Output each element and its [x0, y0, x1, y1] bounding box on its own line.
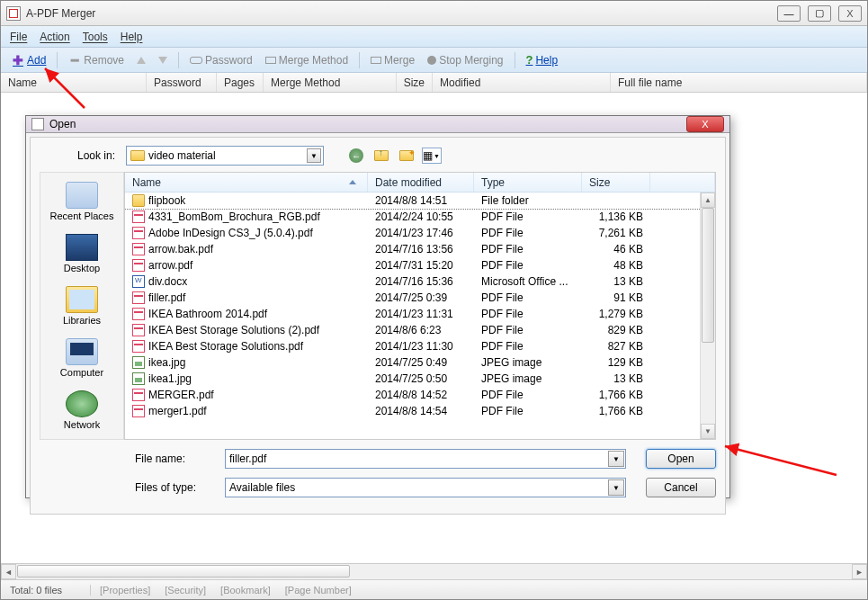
maximize-button[interactable]: ▢: [808, 5, 831, 22]
scroll-up-button[interactable]: ▲: [701, 193, 715, 208]
file-row[interactable]: 4331_BomBom_Brochura_RGB.pdf2014/2/24 10…: [125, 209, 715, 225]
menu-help[interactable]: Help: [121, 31, 143, 43]
status-bookmark: [Bookmark]: [215, 585, 276, 596]
file-row[interactable]: flipbook2014/8/8 14:51File folder: [125, 193, 715, 209]
desktop-icon: [66, 234, 98, 261]
file-row[interactable]: arrow.bak.pdf2014/7/16 13:56PDF File46 K…: [125, 241, 715, 257]
remove-button[interactable]: ━Remove: [65, 52, 128, 68]
col-password[interactable]: Password: [147, 73, 217, 92]
help-icon: ?: [526, 53, 533, 67]
merge-icon: [371, 57, 381, 64]
status-properties: [Properties]: [94, 585, 156, 596]
open-button[interactable]: Open: [646, 449, 716, 469]
dialog-icon: [31, 118, 44, 130]
lookin-dropdown[interactable]: video material ▼: [126, 146, 324, 166]
menu-tools[interactable]: Tools: [83, 31, 108, 43]
place-desktop[interactable]: Desktop: [40, 230, 123, 277]
minus-icon: ━: [68, 54, 81, 67]
place-network[interactable]: Network: [40, 387, 123, 434]
status-security: [Security]: [159, 585, 211, 596]
filecol-date[interactable]: Date modified: [368, 173, 474, 192]
col-name[interactable]: Name: [1, 73, 147, 92]
filecol-name[interactable]: Name: [125, 173, 368, 192]
cancel-button[interactable]: Cancel: [646, 478, 716, 497]
file-row[interactable]: Adobe InDesign CS3_J (5.0.4).pdf2014/1/2…: [125, 225, 715, 241]
up-one-level-button[interactable]: ↑: [372, 147, 390, 165]
filecol-size[interactable]: Size: [582, 173, 650, 192]
window-title: A-PDF Merger: [26, 7, 95, 20]
view-icon: ▦▼: [422, 148, 442, 164]
dialog-title: Open: [49, 118, 76, 130]
status-pagenumber: [Page Number]: [280, 585, 357, 596]
pdf-icon: [132, 227, 145, 239]
file-list-header: Name Date modified Type Size: [125, 173, 715, 193]
file-row[interactable]: filler.pdf2014/7/25 0:39PDF File91 KB: [125, 290, 715, 306]
place-computer[interactable]: Computer: [40, 335, 123, 381]
scroll-down-button[interactable]: ▼: [701, 424, 715, 439]
scrollbar-thumb[interactable]: [17, 565, 350, 578]
open-dialog: Open X Look in: video material ▼ ← ↑ ✦ ▦…: [25, 115, 730, 498]
file-row[interactable]: merger1.pdf2014/8/8 14:54PDF File1,766 K…: [125, 403, 715, 419]
move-down-button[interactable]: [155, 55, 171, 66]
separator: [57, 52, 58, 68]
file-row[interactable]: MERGER.pdf2014/8/8 14:52PDF File1,766 KB: [125, 387, 715, 403]
filename-input[interactable]: filler.pdf▼: [225, 449, 626, 469]
separator: [359, 52, 360, 68]
col-size[interactable]: Size: [397, 73, 433, 92]
place-libraries[interactable]: Libraries: [40, 282, 123, 329]
file-row[interactable]: div.docx2014/7/16 15:36Microsoft Office …: [125, 273, 715, 290]
pdf-icon: [132, 210, 145, 223]
col-full-name[interactable]: Full file name: [611, 73, 867, 92]
lookin-label: Look in:: [40, 149, 119, 162]
filetype-label: Files of type:: [40, 481, 218, 494]
list-column-header: Name Password Pages Merge Method Size Mo…: [1, 73, 867, 93]
merge-method-button[interactable]: Merge Method: [262, 52, 352, 68]
new-folder-button[interactable]: ✦: [398, 147, 416, 165]
file-row[interactable]: IKEA Bathroom 2014.pdf2014/1/23 11:31PDF…: [125, 306, 715, 322]
filetype-dropdown[interactable]: Available files▼: [225, 478, 626, 497]
pdf-icon: [132, 308, 145, 320]
merge-button[interactable]: Merge: [367, 52, 418, 68]
close-button[interactable]: X: [838, 5, 862, 22]
libraries-icon: [66, 286, 98, 313]
folder-icon: [132, 194, 145, 207]
filetype-row: Files of type: Available files▼ Cancel: [40, 476, 716, 499]
add-button[interactable]: ✚Add: [8, 52, 49, 68]
recent-icon: [66, 182, 98, 209]
chevron-down-icon: ▼: [307, 148, 321, 163]
file-row[interactable]: ikea.jpg2014/7/25 0:49JPEG image129 KB: [125, 354, 715, 371]
place-recent[interactable]: Recent Places: [40, 178, 123, 225]
col-pages[interactable]: Pages: [217, 73, 264, 92]
file-list-scrollbar[interactable]: ▲ ▼: [700, 193, 715, 439]
menu-file[interactable]: File: [10, 31, 27, 43]
dialog-close-button[interactable]: X: [686, 116, 724, 132]
col-modified[interactable]: Modified: [433, 73, 611, 92]
file-row[interactable]: IKEA Best Storage Solutions (2).pdf2014/…: [125, 322, 715, 338]
merge-method-icon: [265, 57, 276, 64]
col-merge-method[interactable]: Merge Method: [264, 73, 397, 92]
title-bar: A-PDF Merger — ▢ X: [1, 1, 867, 26]
filecol-type[interactable]: Type: [474, 173, 582, 192]
file-row[interactable]: ikea1.jpg2014/7/25 0:50JPEG image13 KB: [125, 371, 715, 387]
scroll-right-button[interactable]: ►: [852, 564, 867, 579]
move-up-button[interactable]: [133, 55, 149, 66]
file-row[interactable]: IKEA Best Storage Solutions.pdf2014/1/23…: [125, 338, 715, 354]
triangle-up-icon: [137, 57, 146, 64]
img-icon: [132, 372, 145, 385]
stop-merging-button[interactable]: Stop Merging: [424, 52, 506, 68]
scroll-left-button[interactable]: ◄: [1, 564, 16, 579]
stop-icon: [427, 56, 436, 65]
password-button[interactable]: Password: [186, 52, 256, 68]
minimize-button[interactable]: —: [777, 5, 801, 22]
chevron-down-icon: ▼: [608, 479, 624, 496]
back-button[interactable]: ←: [347, 147, 365, 165]
filecol-extra[interactable]: [650, 173, 715, 192]
file-row[interactable]: arrow.pdf2014/7/31 15:20PDF File48 KB: [125, 257, 715, 273]
chevron-down-icon: ▼: [608, 451, 624, 467]
pdf-icon: [132, 243, 145, 255]
horizontal-scrollbar[interactable]: ◄ ►: [1, 563, 867, 579]
view-menu-button[interactable]: ▦▼: [423, 147, 441, 165]
scrollbar-thumb[interactable]: [702, 208, 714, 343]
help-button[interactable]: ?Help: [523, 51, 562, 68]
menu-action[interactable]: Action: [40, 31, 69, 43]
